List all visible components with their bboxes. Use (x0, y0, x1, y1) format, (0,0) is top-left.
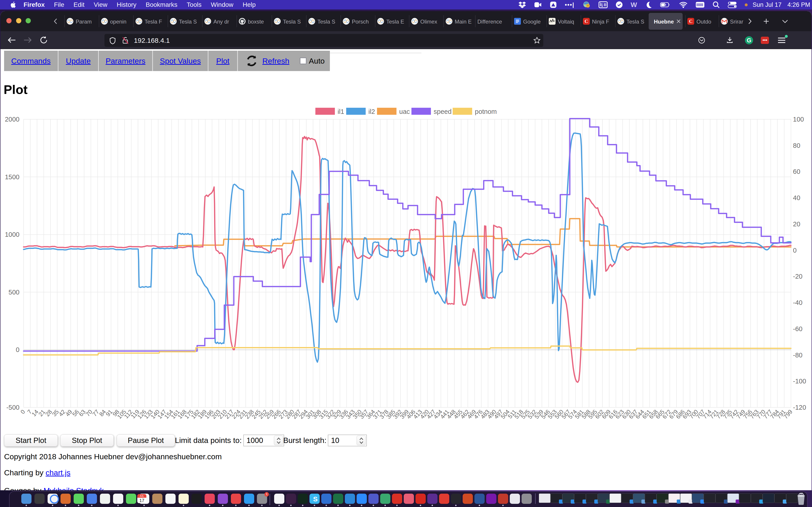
svg-text:-40: -40 (793, 299, 803, 306)
svg-text:-100: -100 (793, 378, 806, 385)
svg-text:80: 80 (793, 142, 800, 149)
svg-text:1000: 1000 (5, 231, 19, 238)
svg-text:uac: uac (399, 108, 410, 115)
svg-text:20: 20 (793, 220, 800, 228)
svg-text:0: 0 (793, 247, 797, 254)
svg-text:-80: -80 (793, 351, 803, 359)
svg-text:0: 0 (19, 408, 26, 415)
svg-text:-60: -60 (793, 325, 803, 333)
svg-text:-20: -20 (793, 273, 803, 280)
svg-text:0: 0 (16, 346, 19, 353)
svg-text:potnom: potnom (475, 108, 497, 115)
svg-text:il2: il2 (368, 108, 375, 115)
svg-text:40: 40 (793, 194, 800, 202)
svg-text:-500: -500 (6, 404, 19, 411)
svg-text:500: 500 (9, 289, 19, 296)
svg-text:60: 60 (793, 168, 800, 175)
svg-text:speed: speed (434, 108, 452, 115)
svg-text:il1: il1 (338, 108, 344, 115)
svg-text:1500: 1500 (5, 173, 19, 181)
svg-text:-120: -120 (793, 404, 806, 411)
svg-text:2000: 2000 (5, 116, 19, 123)
svg-text:100: 100 (793, 116, 804, 123)
